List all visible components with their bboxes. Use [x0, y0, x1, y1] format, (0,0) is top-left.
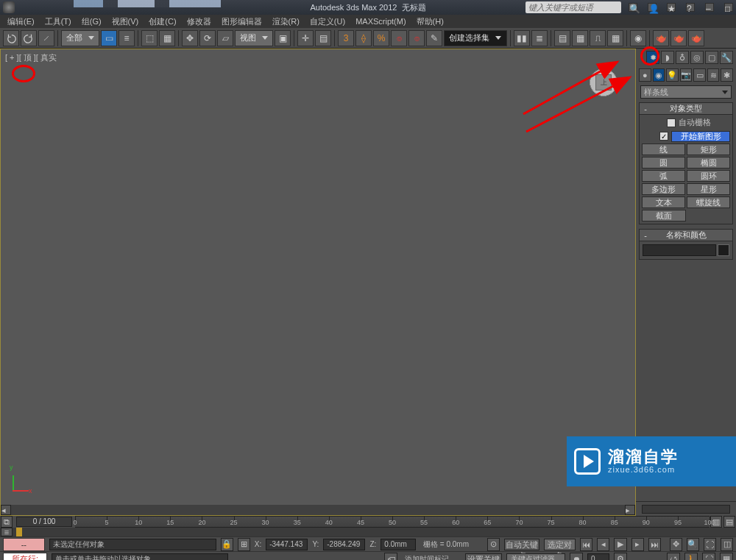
lights-cat-icon[interactable]: 💡 — [666, 68, 679, 82]
isolate-icon[interactable]: ⊙ — [487, 538, 500, 551]
app-icon[interactable] — [3, 1, 15, 13]
graphite-icon[interactable]: ▦ — [572, 30, 588, 46]
object-name-input[interactable] — [643, 244, 716, 256]
btn-section[interactable]: 截面 — [642, 210, 686, 221]
rendered-frame-icon[interactable]: 🫖 — [670, 30, 687, 46]
curve-editor-icon[interactable]: ⎍ — [590, 30, 606, 46]
material-editor-icon[interactable]: ◉ — [630, 30, 646, 46]
named-selection-dropdown[interactable]: 创建选择集 — [444, 30, 507, 46]
percent-snap-icon[interactable]: % — [373, 30, 389, 46]
layers-icon[interactable]: ▤ — [554, 30, 570, 46]
menu-help[interactable]: 帮助(H) — [417, 16, 444, 27]
spinner-snap-icon[interactable]: ⌾ — [391, 30, 407, 46]
geometry-cat-icon[interactable]: ● — [639, 68, 651, 82]
manipulate-icon[interactable]: ✛ — [297, 30, 314, 46]
script-listener-mini[interactable]: -- — [3, 538, 45, 551]
nav-orbit-icon[interactable]: ⭯ — [667, 553, 680, 561]
maximize-icon[interactable]: □ — [724, 3, 733, 12]
angle-snap-icon[interactable]: ⟠ — [355, 30, 372, 46]
nav-walk-icon[interactable]: 🚶 — [684, 553, 698, 561]
viewport-top[interactable]: [ + ][ 顶 ][ 真实 上 yx ◂ ▸ — [0, 49, 636, 516]
time-ruler[interactable]: 0510152025303540455055606570758085909510… — [75, 516, 710, 528]
coord-system-dropdown[interactable]: 视图 — [235, 30, 273, 46]
undo-icon[interactable] — [3, 30, 19, 46]
mini-curve-icon[interactable]: ≡ — [1, 528, 13, 536]
viewport-h-scroll[interactable]: ◂ ▸ — [1, 505, 635, 515]
btn-text[interactable]: 文本 — [642, 196, 685, 208]
menu-modifiers[interactable]: 修改器 — [187, 16, 211, 27]
help-icon[interactable]: ? — [686, 3, 695, 12]
star-icon[interactable]: ★ — [667, 3, 676, 12]
coord-x[interactable]: -3447.143 — [266, 539, 308, 550]
menu-edit[interactable]: 编辑(E) — [7, 16, 35, 27]
viewcube[interactable]: 上 — [587, 65, 620, 99]
render-setup-icon[interactable]: 🫖 — [653, 30, 669, 46]
create-tab-icon[interactable]: ✹ — [646, 51, 659, 64]
nav-min-max-icon[interactable]: ▦ — [720, 553, 733, 561]
display-tab-icon[interactable]: ▢ — [705, 51, 718, 64]
menu-tools[interactable]: 工具(T) — [45, 16, 71, 27]
set-key-button[interactable]: 设置关键点 — [465, 553, 502, 561]
shapes-cat-icon[interactable]: ◉ — [653, 68, 665, 82]
object-color-swatch[interactable] — [718, 244, 729, 256]
spacewarps-cat-icon[interactable]: ≋ — [707, 68, 720, 82]
help-search[interactable]: 键入关键字或短语 — [526, 1, 621, 13]
goto-end-icon[interactable]: ⏭ — [648, 538, 661, 551]
autogrid-checkbox[interactable] — [667, 118, 676, 127]
btn-arc[interactable]: 弧 — [642, 170, 685, 182]
rollout-namecolor-header[interactable]: 名称和颜色 — [640, 230, 732, 241]
scroll-left-icon[interactable]: ◂ — [1, 505, 11, 515]
menu-view[interactable]: 视图(V) — [112, 16, 139, 27]
btn-rectangle[interactable]: 矩形 — [687, 143, 730, 155]
btn-circle[interactable]: 圆 — [642, 157, 685, 169]
select-object-icon[interactable]: ▭ — [101, 30, 117, 46]
btn-line[interactable]: 线 — [642, 143, 685, 155]
nav-maximize-icon[interactable]: ⛶ — [702, 553, 715, 561]
align-icon[interactable]: ≣ — [531, 30, 548, 46]
systems-cat-icon[interactable]: ✱ — [721, 68, 733, 82]
time-tag-icon[interactable]: 🏷 — [384, 553, 397, 561]
snap-3-icon[interactable]: 3 — [338, 30, 354, 46]
menu-maxscript[interactable]: MAXScript(M) — [355, 17, 406, 26]
viewcube-face[interactable]: 上 — [595, 74, 612, 91]
selection-filter-dropdown[interactable]: 全部 — [61, 30, 99, 46]
modify-tab-icon[interactable]: ◗ — [661, 51, 674, 64]
snap-options-icon[interactable]: ⌾ — [408, 30, 425, 46]
mirror-icon[interactable]: ▮▮ — [514, 30, 530, 46]
edit-named-sel-icon[interactable]: ✎ — [426, 30, 442, 46]
key-mode-icon[interactable]: ⏺ — [570, 553, 583, 561]
nav-pan-icon[interactable]: ✥ — [670, 538, 682, 551]
spline-subcat-dropdown[interactable]: 样条线 — [640, 85, 732, 99]
menu-grapheditor[interactable]: 图形编辑器 — [222, 16, 262, 27]
selected-object-dd[interactable]: 选定对象 — [544, 539, 576, 550]
key-filters-button[interactable]: 关键点过滤器... — [506, 553, 565, 561]
lock-selection-icon[interactable]: 🔒 — [221, 538, 233, 551]
menu-create[interactable]: 创建(C) — [149, 16, 176, 27]
play-icon[interactable]: ▶ — [614, 538, 626, 551]
menu-render[interactable]: 渲染(R) — [272, 16, 300, 27]
info-center-icon[interactable]: 🔍 — [629, 3, 637, 12]
render-production-icon[interactable]: 🫖 — [688, 30, 704, 46]
nav-zoom-icon[interactable]: 🔍 — [687, 538, 699, 551]
h-scroll-track[interactable] — [11, 505, 625, 515]
utilities-tab-icon[interactable]: 🔧 — [720, 51, 733, 64]
trackbar-toggle2-icon[interactable]: ▤ — [723, 516, 735, 528]
btn-ngon[interactable]: 多边形 — [642, 183, 685, 195]
hierarchy-tab-icon[interactable]: ♁ — [676, 51, 689, 64]
move-icon[interactable]: ✥ — [182, 30, 198, 46]
viewport-label[interactable]: [ + ][ 顶 ][ 真实 — [5, 52, 57, 63]
rollout-objtype-header[interactable]: 对象类型 — [640, 103, 732, 115]
absolute-relative-icon[interactable]: ⊞ — [238, 538, 250, 551]
startshape-label[interactable]: 开始新图形 — [671, 131, 730, 142]
window-crossing-icon[interactable]: ▦ — [159, 30, 175, 46]
btn-ellipse[interactable]: 椭圆 — [687, 157, 730, 169]
rotate-icon[interactable]: ⟳ — [199, 30, 216, 46]
link-icon[interactable]: ⟋ — [38, 30, 54, 46]
btn-donut[interactable]: 圆环 — [687, 170, 730, 182]
startshape-checkbox[interactable]: ✓ — [659, 132, 668, 141]
rect-select-icon[interactable]: ⬚ — [141, 30, 158, 46]
coord-z[interactable]: 0.0mm — [381, 539, 416, 550]
minimize-icon[interactable]: – — [705, 3, 714, 12]
time-slider-thumb[interactable] — [16, 528, 22, 536]
add-time-tag[interactable]: 添加时间标记 — [402, 553, 461, 561]
